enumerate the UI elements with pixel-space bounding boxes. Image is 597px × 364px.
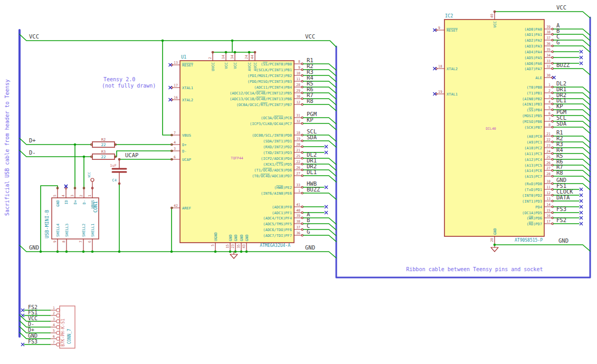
pin-number: 25 bbox=[546, 155, 551, 159]
pin-name: GND bbox=[56, 200, 60, 207]
pin-name: VBUS bbox=[182, 133, 191, 138]
wire-ic2-vcc-wire[interactable] bbox=[495, 12, 590, 18]
pin-name: (SDA/INT1)PD1 bbox=[263, 139, 292, 143]
pin-number: 35 bbox=[546, 47, 551, 52]
pin-number: 7 bbox=[548, 117, 551, 121]
no-connect-icon bbox=[580, 194, 583, 197]
pin-name: GND bbox=[240, 234, 244, 241]
pin-number: 18 bbox=[438, 64, 442, 69]
net-label-D+[interactable]: D+ bbox=[29, 137, 36, 143]
net-label-SDA[interactable]: SDA bbox=[556, 120, 567, 127]
net-label-SDA[interactable]: SDA bbox=[307, 134, 317, 140]
net-label-VCC[interactable]: VCC bbox=[29, 33, 39, 40]
no-connect-icon bbox=[21, 309, 24, 312]
net-wire-G[interactable] bbox=[303, 235, 336, 242]
pin-name: (ADC1)PF1 bbox=[272, 211, 292, 215]
net-label-G[interactable]: G bbox=[307, 228, 310, 235]
pin-number: 41 bbox=[296, 203, 300, 207]
net-label-UCAP[interactable]: UCAP bbox=[125, 152, 138, 158]
pin-number: 1 bbox=[298, 189, 300, 193]
pin-number: 15 bbox=[546, 208, 551, 213]
note-teensy-line2: (not fully drawn) bbox=[102, 83, 156, 89]
net-label-R8[interactable]: R8 bbox=[307, 98, 314, 104]
value-CON1: USB-MINI-B bbox=[44, 210, 50, 238]
net-label-KP[interactable]: KP bbox=[307, 117, 314, 123]
net-wire-BUZZ[interactable] bbox=[553, 69, 590, 75]
net-label-VCC[interactable]: VCC bbox=[305, 33, 315, 40]
pin-name: SHELL2 bbox=[82, 224, 86, 237]
net-label-FS3[interactable]: FS3 bbox=[28, 339, 37, 344]
no-connect-icon bbox=[433, 92, 437, 95]
pin-number: 4 bbox=[174, 140, 176, 145]
value-CONN_7: B7K-PH-K-S1 bbox=[61, 319, 65, 347]
pin-name: AREF bbox=[182, 206, 191, 210]
net-wire-BUZZ[interactable] bbox=[303, 193, 336, 199]
junction-dot bbox=[118, 251, 121, 253]
net-label-DL1[interactable]: DL1 bbox=[307, 169, 317, 175]
net-wire-R8[interactable] bbox=[303, 104, 336, 111]
pin-number: 35 bbox=[236, 244, 241, 248]
schematic-canvas: U1ATMEGA32U4-ATQFP4413RESET17XTAL116XTAL… bbox=[0, 0, 597, 364]
wire-ic2-gnd-wire[interactable] bbox=[495, 245, 590, 251]
net-label-GND[interactable]: GND bbox=[29, 244, 39, 251]
pin-number: 37 bbox=[546, 36, 551, 40]
pin-number: 3 bbox=[174, 147, 176, 151]
pin-number: 38 bbox=[546, 30, 551, 34]
pin-number: 3 bbox=[548, 94, 551, 99]
junction-dot bbox=[225, 51, 228, 54]
pin-name: XTAL2 bbox=[447, 67, 458, 71]
pin-number: 14 bbox=[221, 55, 225, 59]
pin-number: 34 bbox=[546, 53, 551, 58]
pin-number: 5 bbox=[548, 106, 551, 110]
net-label-FS1[interactable]: FS1 bbox=[28, 310, 37, 315]
net-label-D-[interactable]: D- bbox=[28, 321, 34, 327]
pin-name: (A12)PC4 bbox=[524, 158, 542, 162]
net-label-VCC[interactable]: VCC bbox=[28, 315, 37, 321]
pin-name: UGND bbox=[214, 232, 218, 241]
net-label-VCC[interactable]: VCC bbox=[556, 4, 566, 11]
pin-number: 6 bbox=[53, 334, 55, 339]
pin-name: ALE bbox=[535, 76, 542, 80]
net-label-GND[interactable]: GND bbox=[28, 333, 37, 339]
net-label-D+[interactable]: D+ bbox=[28, 327, 34, 333]
pin-name: VCC bbox=[493, 21, 497, 28]
net-label-FS3[interactable]: FS3 bbox=[556, 206, 566, 212]
pin-name: XTAL1 bbox=[182, 86, 193, 90]
no-connect-icon bbox=[580, 205, 583, 208]
value-ic2: AT90S8515-P bbox=[515, 238, 543, 243]
pin-number: 36 bbox=[546, 42, 551, 46]
pin-number: 30 bbox=[546, 73, 551, 78]
net-label-G[interactable]: G bbox=[556, 39, 560, 45]
pin-name: GND bbox=[245, 234, 249, 241]
pin-number: 11 bbox=[296, 77, 300, 81]
pin-number: 10 bbox=[296, 71, 300, 75]
pin-name: (A14)PC6 bbox=[524, 169, 542, 173]
net-label-DATA[interactable]: DATA bbox=[556, 194, 570, 200]
wire-vcc-rail[interactable] bbox=[20, 34, 336, 47]
net-label-FS2[interactable]: FS2 bbox=[556, 217, 566, 223]
junction-dot bbox=[229, 251, 232, 253]
net-label-GND[interactable]: GND bbox=[305, 244, 315, 251]
net-label-D-[interactable]: D- bbox=[29, 149, 36, 156]
net-label-BUZZ[interactable]: BUZZ bbox=[307, 186, 320, 193]
wire-aref-wire[interactable] bbox=[172, 208, 173, 252]
pin-number: 33 bbox=[546, 59, 551, 63]
ref-ic2: IC2 bbox=[445, 13, 453, 18]
pin-name: (SCLK/PCINT1)PB1 bbox=[257, 68, 292, 72]
no-connect-icon bbox=[325, 205, 328, 208]
pin-number: 25 bbox=[296, 154, 300, 158]
pin-number: 12 bbox=[546, 191, 551, 195]
pin-name: (OC3A/OC4A)PC6 bbox=[261, 116, 292, 120]
net-label-R8[interactable]: R8 bbox=[556, 169, 563, 176]
gnd-power-icon bbox=[230, 254, 238, 258]
pin-number: 2 bbox=[548, 89, 551, 93]
pin-name: (OC0A/OC1C/RTS/PCINT7)PB7 bbox=[236, 103, 292, 107]
net-label-BUZZ[interactable]: BUZZ bbox=[556, 62, 570, 68]
pin-number: 39 bbox=[296, 214, 300, 218]
pin-number: 14 bbox=[546, 203, 551, 207]
net-label-GND[interactable]: GND bbox=[558, 237, 568, 244]
no-connect-icon bbox=[580, 188, 583, 191]
wire-dminus-rail2[interactable] bbox=[115, 151, 173, 157]
pin-name: (RXD/INT2)PD2 bbox=[263, 145, 292, 149]
pin-name: (XCK1/CTS)PD5 bbox=[263, 162, 292, 167]
